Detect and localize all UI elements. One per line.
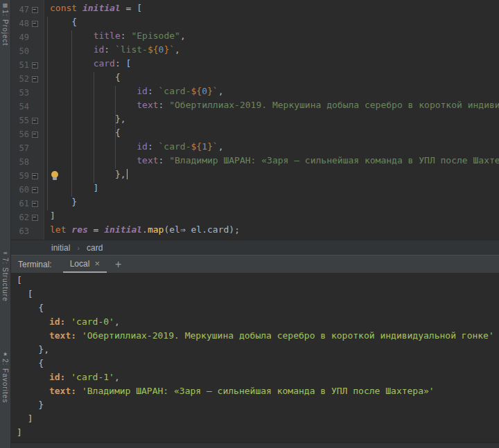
code-line[interactable]: }, <box>44 169 499 183</box>
fold-marker-icon[interactable]: − <box>32 173 38 179</box>
breadcrumb-item-card[interactable]: card <box>85 243 104 253</box>
line-number: 61 <box>11 199 29 208</box>
code-line[interactable]: }, <box>44 114 499 127</box>
code-line[interactable]: id: `card-${1}`, <box>44 141 499 155</box>
close-icon[interactable]: × <box>94 258 100 269</box>
code-token: id <box>137 86 148 96</box>
terminal-header: Terminal: Local × + <box>11 255 499 273</box>
gutter-row: 47− <box>11 3 44 17</box>
code-token: , <box>175 44 180 55</box>
text-caret <box>127 169 128 179</box>
structure-icon: ≡ <box>3 250 8 256</box>
fold-cell: − <box>29 7 40 13</box>
terminal-output[interactable]: [ [ { id: 'card-0', text: 'Обертиллиах-2… <box>11 273 499 442</box>
code-token: `card- <box>159 141 191 152</box>
code-token: card <box>94 58 115 69</box>
terminal-token: ] <box>17 427 22 438</box>
fold-marker-icon[interactable]: − <box>32 118 38 124</box>
gutter-row: 50 <box>11 44 44 58</box>
code-line[interactable]: { <box>44 17 499 30</box>
code-line[interactable]: text: "Обертиллиах-2019. Меркушина добыл… <box>44 100 499 114</box>
code-token: "Episode" <box>131 30 180 41</box>
line-number: 47 <box>11 5 29 15</box>
gutter-row: 58 <box>11 155 44 169</box>
code-token: initial <box>104 224 142 235</box>
fold-marker-icon[interactable]: − <box>32 76 38 82</box>
intention-bulb-icon[interactable] <box>51 171 58 178</box>
code-line[interactable]: text: "Владимир ШАРАН: «Заря — сильнейша… <box>44 155 499 169</box>
terminal-token: [ <box>17 289 33 299</box>
code-line[interactable]: ] <box>44 210 499 224</box>
sidebar-item-structure[interactable]: ≡ 7: Structure <box>1 248 9 302</box>
code-line[interactable]: { <box>44 72 499 86</box>
terminal-token: text: <box>49 330 76 341</box>
fold-cell: − <box>29 62 40 69</box>
gutter-row: 52− <box>11 72 44 86</box>
sidebar-item-project[interactable]: ▦ 1: Project <box>1 0 9 46</box>
gutter-row: 61− <box>11 197 44 210</box>
fold-marker-icon[interactable]: − <box>32 132 38 138</box>
gutter-row: 54 <box>11 100 44 114</box>
fold-marker-icon[interactable]: − <box>32 201 38 207</box>
breadcrumb-item-initial[interactable]: initial <box>50 243 71 253</box>
terminal-token: , <box>114 372 120 382</box>
terminal-line: { <box>17 358 499 372</box>
tool-window-bar: ▦ 1: Project ≡ 7: Structure ★ 2: Favorit… <box>0 0 11 448</box>
terminal-tab-local[interactable]: Local × <box>63 256 107 273</box>
terminal-token: 'Владимир ШАРАН: «Заря — сильнейшая кома… <box>76 386 435 396</box>
horizontal-scrollbar[interactable] <box>11 442 499 448</box>
terminal-token: 'card-0' <box>65 316 114 327</box>
terminal-line: id: 'card-1', <box>17 372 499 386</box>
gutter-row: 51− <box>11 58 44 72</box>
sidebar-item-label: 1: Project <box>1 10 9 46</box>
breadcrumb: initial › card <box>11 240 499 255</box>
code-token: : <box>159 155 170 165</box>
gutter-row: 59− <box>11 169 44 183</box>
code-line[interactable]: title: "Episode", <box>44 30 499 44</box>
add-terminal-button[interactable]: + <box>115 258 121 271</box>
code-token: } <box>50 197 77 207</box>
code-token: . <box>142 224 148 235</box>
fold-cell: − <box>29 215 40 221</box>
terminal-line: ] <box>17 413 499 427</box>
gutter-row: 48− <box>11 17 44 30</box>
line-number: 58 <box>11 157 29 167</box>
code-token: id <box>137 141 148 152</box>
line-number: 55 <box>11 116 29 125</box>
terminal-token: { <box>17 358 44 368</box>
code-token <box>50 100 137 110</box>
code-area[interactable]: const initial = [ { title: "Episode", id… <box>44 0 499 240</box>
code-line[interactable]: ] <box>44 183 499 197</box>
code-line[interactable]: } <box>44 197 499 210</box>
code-token: map <box>148 224 164 235</box>
code-line[interactable]: id: `list-${0}`, <box>44 44 499 58</box>
code-line[interactable]: { <box>44 127 499 141</box>
code-token: = [ <box>121 3 142 13</box>
fold-marker-icon[interactable]: − <box>32 7 38 13</box>
fold-marker-icon[interactable]: − <box>32 215 38 221</box>
fold-marker-icon[interactable]: − <box>32 62 38 69</box>
code-line[interactable]: id: `card-${0}`, <box>44 86 499 100</box>
code-token: : [ <box>115 58 131 69</box>
code-token: ${ <box>148 44 159 55</box>
fold-marker-icon[interactable]: − <box>32 187 38 193</box>
code-token: ${ <box>191 141 202 152</box>
line-number: 56 <box>11 129 29 139</box>
code-line[interactable]: let res = initial.map(el⇒ el.card); <box>44 224 499 238</box>
project-icon: ▦ <box>3 2 8 8</box>
sidebar-item-favorites[interactable]: ★ 2: Favorites <box>1 349 9 403</box>
code-line[interactable]: card: [ <box>44 58 499 72</box>
terminal-token: , <box>114 316 120 327</box>
main-panel: 47−48−495051−52−535455−56−575859−60−61−6… <box>11 0 499 448</box>
terminal-token: 'card-1' <box>65 372 114 382</box>
code-token: { <box>50 17 77 27</box>
line-number: 57 <box>11 143 29 153</box>
code-token: let <box>50 224 71 235</box>
editor: 47−48−495051−52−535455−56−575859−60−61−6… <box>11 0 499 240</box>
terminal-label: Terminal: <box>18 260 52 269</box>
fold-marker-icon[interactable]: − <box>32 21 38 27</box>
code-line[interactable]: const initial = [ <box>44 3 499 17</box>
line-number: 51 <box>11 60 29 70</box>
code-token: , <box>218 86 224 96</box>
terminal-token: id: <box>49 316 65 327</box>
